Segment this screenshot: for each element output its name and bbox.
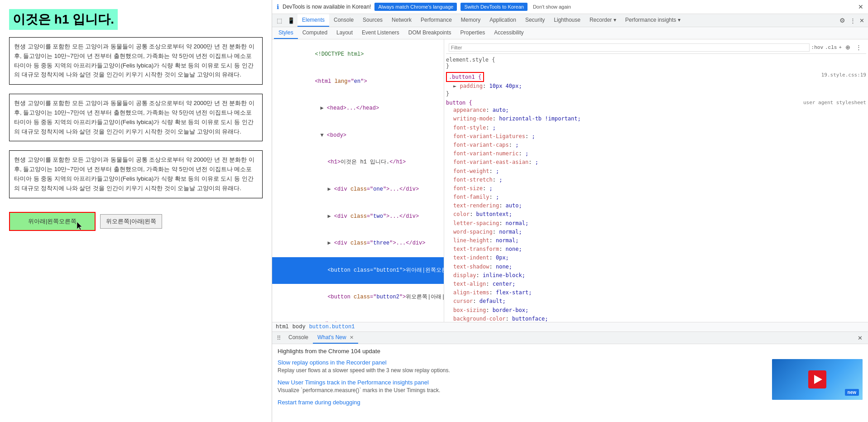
subtab-computed[interactable]: Computed	[298, 27, 332, 39]
pseudo-class-filter[interactable]: :hov	[811, 45, 823, 50]
prop-appearance[interactable]: appearance: auto;	[446, 106, 866, 115]
prop-font-family[interactable]: font-family: ;	[446, 193, 866, 201]
prop-writing-mode[interactable]: writing-mode: horizontal-tb !important;	[446, 115, 866, 123]
prop-text-shadow[interactable]: text-shadow: none;	[446, 263, 866, 271]
button2[interactable]: 위오른쪽|아래|왼쪽	[100, 214, 162, 229]
subtab-event-listeners[interactable]: Event Listeners	[357, 27, 404, 39]
prop-font-variant-east-asian[interactable]: font-variant-east-asian: ;	[446, 158, 866, 167]
tab-elements[interactable]: Elements	[297, 14, 329, 27]
prop-font-stretch[interactable]: font-stretch: ;	[446, 176, 866, 184]
inspect-icon[interactable]: ⬚	[274, 15, 285, 26]
prop-font-variant-ligatures[interactable]: font-variant-Ligatures: ;	[446, 132, 866, 141]
styles-filter-input[interactable]	[449, 43, 810, 52]
settings-icon[interactable]: ⚙	[837, 15, 848, 26]
tab-lighthouse[interactable]: Lighthouse	[549, 14, 585, 27]
tab-console[interactable]: Console	[329, 14, 358, 27]
prop-font-variant-numeric[interactable]: font-variant-numeric: ;	[446, 149, 866, 158]
subtab-accessibility[interactable]: Accessibility	[489, 27, 528, 39]
tab-application[interactable]: Application	[485, 14, 521, 27]
prop-align-items[interactable]: align-items: flex-start;	[446, 288, 866, 297]
breadcrumb-button[interactable]: button.button1	[309, 324, 355, 330]
subtab-styles[interactable]: Styles	[274, 27, 298, 39]
button1-rule: .button1 { 19.style.css:19 ► padding: 10…	[446, 72, 866, 97]
device-icon[interactable]: 📱	[285, 15, 297, 26]
dom-body[interactable]: ▼ <body>	[272, 122, 444, 149]
text-block-2-content: 현생 고양이를 포함한 모든 고양이과 동물들이 공통 조상으로부터 약 200…	[14, 99, 258, 136]
prop-cursor[interactable]: cursor: default;	[446, 297, 866, 306]
whats-new-item-2-link[interactable]: New User Timings track in the Performanc…	[278, 379, 767, 386]
dom-h1[interactable]: <h1>이것은 h1 입니다.</h1>	[272, 149, 444, 176]
whats-new-thumbnail[interactable]: new	[772, 359, 863, 400]
text-block-3-content: 현생 고양이를 포함한 모든 고양이과 동물들이 공통 조상으로부터 약 200…	[14, 155, 258, 193]
text-block-2: 현생 고양이를 포함한 모든 고양이과 동물들이 공통 조상으로부터 약 200…	[9, 94, 263, 141]
prop-text-rendering[interactable]: text-rendering: auto;	[446, 201, 866, 210]
dont-show-button[interactable]: Don't show again	[533, 4, 571, 10]
whats-new-item-3: Restart frame during debugging	[278, 399, 767, 407]
whats-new-item-3-link[interactable]: Restart frame during debugging	[278, 399, 767, 406]
prop-color[interactable]: color: buttontext;	[446, 210, 866, 219]
button1-rule-source: 19.style.css:19	[821, 72, 866, 82]
prop-text-transform[interactable]: text-transform: none;	[446, 245, 866, 254]
switch-devtools-button[interactable]: Switch DevTools to Korean	[460, 3, 527, 11]
class-filter[interactable]: .cls	[825, 45, 837, 50]
dom-button2[interactable]: <button class="button2">위오른쪽|아래|왼쪽</butt…	[272, 284, 444, 311]
whats-new-item-1-link[interactable]: Slow replay options in the Recorder pane…	[278, 359, 767, 366]
prop-background-color[interactable]: background-color: buttonface;	[446, 315, 866, 322]
whats-new-item-1: Slow replay options in the Recorder pane…	[278, 359, 767, 374]
devtools-main-area: Styles Computed Layout Event Listeners D…	[272, 27, 868, 331]
prop-box-sizing[interactable]: box-sizing: border-box;	[446, 306, 866, 315]
dom-div-three[interactable]: ▶ <div class="three">...</div>	[272, 230, 444, 257]
breadcrumb-html[interactable]: html	[276, 324, 289, 330]
bottom-tab-console[interactable]: Console	[284, 332, 313, 344]
tab-memory[interactable]: Memory	[456, 14, 485, 27]
close-whatsnew-icon[interactable]: ✕	[350, 335, 354, 340]
whats-new-items-container: Slow replay options in the Recorder pane…	[278, 359, 863, 412]
tab-security[interactable]: Security	[521, 14, 549, 27]
bottom-tabs: ⠿ Console What's New ✕ ✕	[272, 332, 868, 344]
subtab-properties[interactable]: Properties	[456, 27, 490, 39]
tab-performance[interactable]: Performance	[416, 14, 456, 27]
whats-new-item-1-text: Slow replay options in the Recorder pane…	[278, 359, 767, 374]
subtab-dom-breakpoints[interactable]: DOM Breakpoints	[404, 27, 456, 39]
add-style-rule[interactable]: +	[839, 45, 842, 50]
prop-letter-spacing[interactable]: letter-spacing: normal;	[446, 219, 866, 228]
text-block-1: 현생 고양이를 포함한 모든 고양이과 동물들이 공통 조상으로부터 약 200…	[9, 37, 263, 85]
dom-head[interactable]: ▶ <head>...</head>	[272, 95, 444, 122]
dom-doctype[interactable]: <!DOCTYPE html>	[272, 41, 444, 68]
tab-network[interactable]: Network	[387, 14, 416, 27]
play-button[interactable]	[808, 370, 826, 388]
prop-line-height[interactable]: line-height: normal;	[446, 236, 866, 245]
prop-font-variant-caps[interactable]: font-variant-caps: ;	[446, 141, 866, 149]
prop-word-spacing[interactable]: word-spacing: normal;	[446, 228, 866, 236]
breadcrumb-body[interactable]: body	[293, 324, 306, 330]
button1-selector[interactable]: .button1 {	[446, 72, 484, 82]
whats-new-item-2-desc: Visualize `performance.measure()` marks …	[278, 387, 767, 393]
dom-div-one[interactable]: ▶ <div class="one">...</div>	[272, 176, 444, 203]
bottom-tab-whatsnew[interactable]: What's New ✕	[313, 332, 358, 344]
button-rule: button { user agent stylesheet appearanc…	[446, 100, 866, 322]
drag-handle-icon[interactable]: ⠿	[274, 333, 284, 343]
tab-recorder[interactable]: Recorder ▾	[585, 14, 621, 27]
text-block-3: 현생 고양이를 포함한 모든 고양이과 동물들이 공통 조상으로부터 약 200…	[9, 150, 263, 198]
always-match-button[interactable]: Always match Chrome's language	[374, 3, 457, 11]
prop-text-indent[interactable]: text-indent: 0px;	[446, 254, 866, 262]
subtab-layout[interactable]: Layout	[332, 27, 357, 39]
close-notification-icon[interactable]: ✕	[858, 3, 863, 10]
prop-display[interactable]: display: inline-block;	[446, 271, 866, 280]
style-more-icon[interactable]: ⋮	[854, 43, 863, 52]
close-bottom-panel-icon[interactable]: ✕	[854, 335, 866, 341]
dom-body-close[interactable]: </body>	[272, 311, 444, 322]
prop-text-align[interactable]: text-align: center;	[446, 280, 866, 288]
tab-sources[interactable]: Sources	[358, 14, 387, 27]
more-options-icon[interactable]: ⋮	[848, 16, 858, 25]
close-devtools-icon[interactable]: ✕	[858, 16, 866, 25]
prop-font-style[interactable]: font-style: ;	[446, 124, 866, 132]
button1-padding-prop[interactable]: ► padding: 10px 40px;	[446, 82, 866, 91]
prop-font-size[interactable]: font-size: ;	[446, 184, 866, 193]
dom-html[interactable]: <html lang="en">	[272, 68, 444, 96]
style-new-rule-icon[interactable]: ⊕	[844, 43, 852, 52]
dom-div-two[interactable]: ▶ <div class="two">...</div>	[272, 203, 444, 230]
prop-font-weight[interactable]: font-weight: ;	[446, 167, 866, 176]
tab-performance-insights[interactable]: Performance insights ▾	[621, 14, 685, 27]
dom-button1[interactable]: <button class="button1">위아래|왼쪽오른쪽</butto…	[272, 257, 444, 284]
